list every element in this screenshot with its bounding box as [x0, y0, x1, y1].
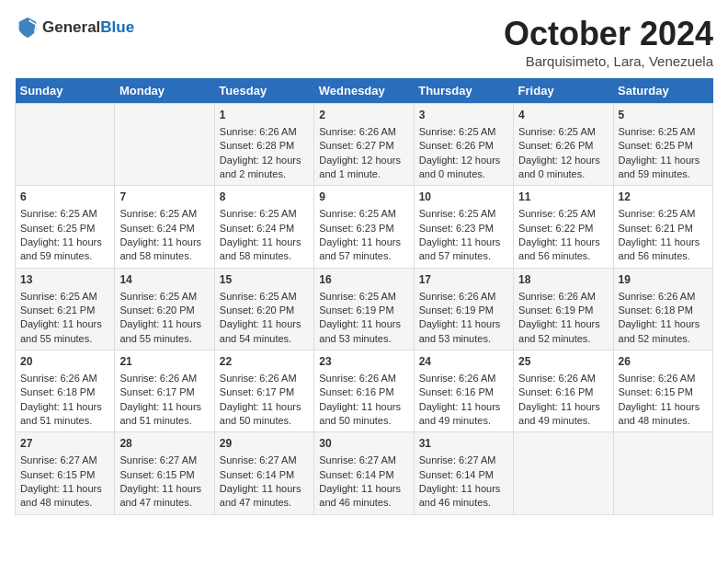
- cell-info: Sunset: 6:17 PM: [119, 385, 209, 399]
- cell-info: Sunrise: 6:25 AM: [20, 207, 109, 221]
- cell-info: Sunrise: 6:25 AM: [119, 207, 209, 221]
- day-number: 30: [319, 436, 408, 452]
- day-number: 25: [518, 354, 608, 370]
- cell-info: Daylight: 11 hours and 48 minutes.: [20, 482, 109, 511]
- calendar-cell: 8Sunrise: 6:25 AMSunset: 6:24 PMDaylight…: [214, 186, 313, 268]
- cell-info: Sunset: 6:27 PM: [319, 139, 408, 153]
- calendar-cell: 25Sunrise: 6:26 AMSunset: 6:16 PMDayligh…: [514, 350, 613, 432]
- cell-info: Daylight: 11 hours and 50 minutes.: [319, 400, 408, 429]
- cell-info: Sunrise: 6:26 AM: [220, 372, 309, 385]
- month-title: October 2024: [504, 15, 713, 53]
- calendar-cell: 17Sunrise: 6:26 AMSunset: 6:19 PMDayligh…: [414, 268, 513, 350]
- cell-info: Daylight: 11 hours and 57 minutes.: [419, 236, 508, 264]
- calendar-cell: 27Sunrise: 6:27 AMSunset: 6:15 PMDayligh…: [16, 432, 115, 514]
- cell-info: Sunrise: 6:25 AM: [419, 125, 508, 139]
- location: Barquisimeto, Lara, Venezuela: [504, 53, 713, 69]
- day-number: 2: [319, 108, 408, 123]
- cell-info: Sunset: 6:15 PM: [119, 468, 209, 482]
- cell-info: Daylight: 11 hours and 55 minutes.: [119, 317, 209, 346]
- cell-info: Sunrise: 6:25 AM: [518, 125, 608, 139]
- calendar-table: SundayMondayTuesdayWednesdayThursdayFrid…: [15, 78, 713, 515]
- cell-info: Sunset: 6:16 PM: [419, 385, 508, 399]
- calendar-cell: 11Sunrise: 6:25 AMSunset: 6:22 PMDayligh…: [514, 186, 613, 268]
- week-row-2: 13Sunrise: 6:25 AMSunset: 6:21 PMDayligh…: [16, 268, 713, 350]
- calendar-cell: 12Sunrise: 6:25 AMSunset: 6:21 PMDayligh…: [613, 186, 712, 268]
- day-number: 28: [119, 436, 209, 452]
- calendar-cell: 22Sunrise: 6:26 AMSunset: 6:17 PMDayligh…: [214, 350, 313, 432]
- cell-info: Sunset: 6:19 PM: [518, 304, 608, 317]
- cell-info: Daylight: 11 hours and 48 minutes.: [619, 400, 708, 429]
- cell-info: Sunrise: 6:25 AM: [20, 290, 109, 304]
- calendar-cell: 31Sunrise: 6:27 AMSunset: 6:14 PMDayligh…: [414, 432, 513, 514]
- logo: GeneralBlue: [15, 15, 134, 40]
- cell-info: Sunset: 6:14 PM: [319, 468, 408, 482]
- cell-info: Sunrise: 6:26 AM: [518, 290, 608, 304]
- day-of-week-sunday: Sunday: [16, 78, 115, 104]
- day-number: 17: [419, 272, 508, 288]
- calendar-cell: 4Sunrise: 6:25 AMSunset: 6:26 PMDaylight…: [514, 104, 613, 186]
- cell-info: Sunrise: 6:27 AM: [319, 454, 408, 467]
- day-of-week-saturday: Saturday: [613, 78, 712, 104]
- calendar-cell: 16Sunrise: 6:25 AMSunset: 6:19 PMDayligh…: [314, 268, 414, 350]
- cell-info: Daylight: 11 hours and 50 minutes.: [220, 400, 309, 429]
- day-number: 8: [220, 190, 309, 205]
- cell-info: Sunset: 6:23 PM: [319, 222, 408, 236]
- calendar-cell: 30Sunrise: 6:27 AMSunset: 6:14 PMDayligh…: [314, 432, 414, 514]
- cell-info: Sunrise: 6:26 AM: [619, 372, 708, 385]
- calendar-cell: 24Sunrise: 6:26 AMSunset: 6:16 PMDayligh…: [414, 350, 513, 432]
- calendar-cell: 18Sunrise: 6:26 AMSunset: 6:19 PMDayligh…: [514, 268, 613, 350]
- day-number: 10: [419, 190, 508, 205]
- day-number: 16: [319, 272, 408, 288]
- calendar-cell: 10Sunrise: 6:25 AMSunset: 6:23 PMDayligh…: [414, 186, 513, 268]
- cell-info: Sunrise: 6:26 AM: [319, 125, 408, 139]
- calendar-cell: 21Sunrise: 6:26 AMSunset: 6:17 PMDayligh…: [115, 350, 214, 432]
- cell-info: Sunrise: 6:26 AM: [220, 125, 309, 139]
- cell-info: Sunrise: 6:26 AM: [419, 372, 508, 385]
- cell-info: Sunrise: 6:26 AM: [119, 372, 209, 385]
- cell-info: Daylight: 11 hours and 56 minutes.: [619, 236, 708, 264]
- cell-info: Daylight: 11 hours and 51 minutes.: [119, 400, 209, 429]
- cell-info: Sunrise: 6:27 AM: [220, 454, 309, 467]
- day-number: 12: [619, 190, 708, 205]
- cell-info: Sunrise: 6:26 AM: [518, 372, 608, 385]
- day-number: 23: [319, 354, 408, 370]
- day-number: 13: [20, 272, 109, 288]
- calendar-cell: 29Sunrise: 6:27 AMSunset: 6:14 PMDayligh…: [214, 432, 313, 514]
- cell-info: Daylight: 11 hours and 52 minutes.: [518, 317, 608, 346]
- cell-info: Daylight: 12 hours and 1 minute.: [319, 154, 408, 182]
- cell-info: Sunset: 6:15 PM: [20, 468, 109, 482]
- day-number: 27: [20, 436, 109, 452]
- cell-info: Sunset: 6:18 PM: [20, 385, 109, 399]
- cell-info: Sunset: 6:14 PM: [220, 468, 309, 482]
- cell-info: Sunset: 6:21 PM: [619, 222, 708, 236]
- days-of-week-row: SundayMondayTuesdayWednesdayThursdayFrid…: [16, 78, 713, 104]
- day-number: 6: [20, 190, 109, 205]
- day-number: 31: [419, 436, 508, 452]
- cell-info: Daylight: 11 hours and 49 minutes.: [419, 400, 508, 429]
- cell-info: Daylight: 11 hours and 47 minutes.: [220, 482, 309, 511]
- week-row-1: 6Sunrise: 6:25 AMSunset: 6:25 PMDaylight…: [16, 186, 713, 268]
- cell-info: Sunrise: 6:26 AM: [619, 290, 708, 304]
- cell-info: Sunrise: 6:25 AM: [119, 290, 209, 304]
- day-number: 1: [220, 108, 309, 123]
- cell-info: Daylight: 11 hours and 49 minutes.: [518, 400, 608, 429]
- week-row-4: 27Sunrise: 6:27 AMSunset: 6:15 PMDayligh…: [16, 432, 713, 514]
- day-number: 19: [619, 272, 708, 288]
- cell-info: Sunset: 6:20 PM: [119, 304, 209, 317]
- cell-info: Daylight: 11 hours and 56 minutes.: [518, 236, 608, 264]
- day-of-week-thursday: Thursday: [414, 78, 513, 104]
- cell-info: Daylight: 11 hours and 46 minutes.: [419, 482, 508, 511]
- cell-info: Daylight: 12 hours and 0 minutes.: [419, 154, 508, 182]
- cell-info: Sunrise: 6:27 AM: [20, 454, 109, 467]
- logo-text-block: GeneralBlue: [42, 19, 134, 37]
- cell-info: Daylight: 11 hours and 57 minutes.: [319, 236, 408, 264]
- cell-info: Daylight: 11 hours and 59 minutes.: [20, 236, 109, 264]
- day-of-week-monday: Monday: [115, 78, 214, 104]
- day-number: 26: [619, 354, 708, 370]
- cell-info: Daylight: 11 hours and 55 minutes.: [20, 317, 109, 346]
- cell-info: Sunset: 6:28 PM: [220, 139, 309, 153]
- cell-info: Daylight: 11 hours and 46 minutes.: [319, 482, 408, 511]
- logo-general: General: [42, 18, 100, 36]
- cell-info: Sunset: 6:24 PM: [119, 222, 209, 236]
- calendar-cell: 14Sunrise: 6:25 AMSunset: 6:20 PMDayligh…: [115, 268, 214, 350]
